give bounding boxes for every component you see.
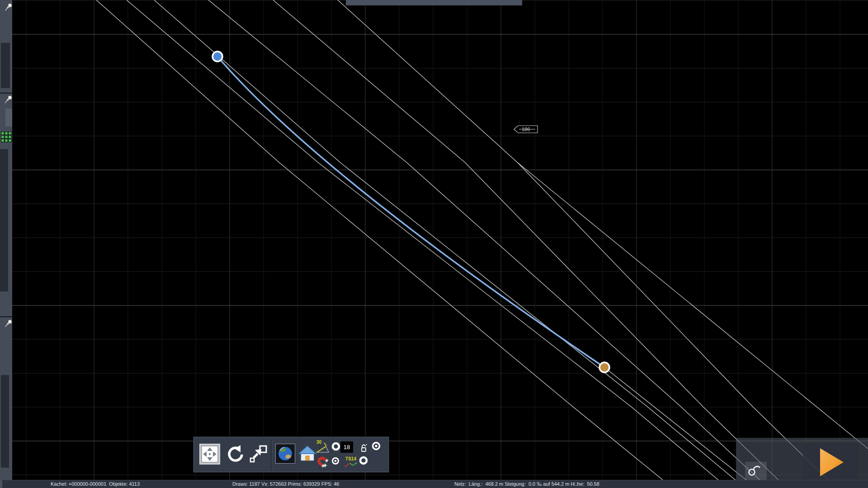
radio-off-icon[interactable] — [331, 441, 341, 451]
track-line[interactable] — [208, 0, 769, 480]
track-node-end[interactable] — [599, 362, 609, 372]
track-line[interactable] — [96, 0, 673, 480]
globe-icon[interactable] — [275, 444, 295, 464]
panel-tab[interactable] — [5, 108, 12, 127]
ts14-label: TS14 — [345, 457, 356, 461]
status-bar: Kachel: +000000-000001 Objekte: 4113 Dra… — [0, 480, 868, 488]
play-icon — [819, 447, 844, 477]
track-line[interactable] — [127, 0, 728, 480]
track-line[interactable] — [273, 0, 787, 480]
track-canvas[interactable] — [0, 0, 868, 480]
track-line[interactable] — [604, 367, 756, 480]
magnet-icon[interactable] — [314, 455, 329, 468]
status-bar-edge — [0, 480, 2, 488]
collapsed-panel[interactable] — [0, 149, 8, 291]
selected-track-segment[interactable] — [217, 56, 604, 367]
status-kachel: Kachel: +000000-000001 Objekte: 4113 — [51, 481, 140, 487]
green-grid-icon[interactable] — [1, 131, 12, 142]
rotate-icon[interactable] — [224, 443, 245, 465]
value-box[interactable]: 18 — [340, 441, 353, 453]
radio-on-icon[interactable] — [331, 456, 340, 465]
editor-window: 186 — [0, 0, 868, 488]
radio-on-icon[interactable] — [371, 441, 381, 451]
pin-icon[interactable] — [4, 3, 13, 13]
play-button[interactable] — [803, 444, 858, 480]
bottom-right-panel — [736, 438, 868, 480]
status-performance: Draws: 1187 Vx: 572663 Prims: 639329 FPS… — [232, 481, 339, 487]
slope-icon[interactable]: 30 — [316, 441, 330, 454]
bottom-toolbar: 30 18 — [193, 437, 389, 472]
padlock-icon[interactable] — [360, 443, 368, 453]
status-netz: Netz: Läng.: 468.2 m Steigung: 0.0 ‰ auf… — [454, 481, 599, 487]
track-marker-flag[interactable]: 186 — [514, 125, 539, 136]
lock-open-icon — [748, 464, 762, 477]
left-sidebar — [0, 0, 12, 488]
ts14-icon[interactable]: TS14 — [344, 455, 358, 468]
panel-divider — [0, 316, 12, 317]
panel-divider — [0, 93, 12, 94]
radio-off-icon[interactable] — [359, 455, 368, 465]
hidden-panel-top-edge[interactable] — [346, 0, 522, 5]
pin-icon[interactable] — [4, 319, 13, 329]
collapsed-panel[interactable] — [1, 43, 10, 88]
pin-icon[interactable] — [4, 95, 13, 105]
transform-icon[interactable] — [247, 443, 269, 465]
lock-button[interactable] — [745, 462, 767, 480]
move-icon[interactable] — [199, 444, 220, 465]
slope-label: 30 — [316, 440, 321, 445]
collapsed-panel[interactable] — [1, 375, 9, 468]
track-node-start[interactable] — [212, 52, 222, 61]
track-line[interactable] — [154, 0, 745, 480]
toolbar-separator — [271, 439, 272, 470]
track-line[interactable] — [338, 0, 836, 480]
value-box-number: 18 — [344, 444, 350, 450]
